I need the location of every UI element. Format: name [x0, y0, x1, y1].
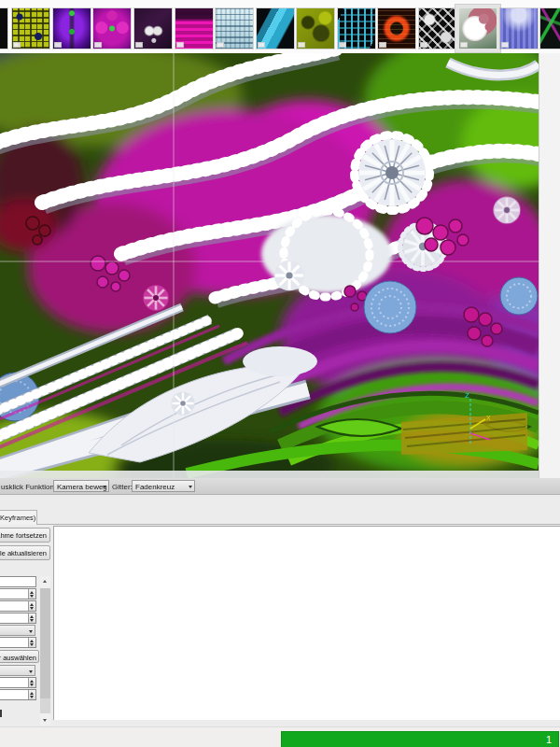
- thumbnail-index-badge: [94, 42, 102, 48]
- spinbox-steppers[interactable]: [28, 589, 35, 599]
- refresh-table-button[interactable]: lle aktualisieren: [0, 545, 50, 560]
- thumbnail-index-badge: [379, 42, 386, 48]
- thumbnail-filmstrip: [0, 0, 560, 53]
- spacer-strip: [0, 495, 560, 510]
- render-viewport: Z X: [0, 53, 560, 478]
- axis-z-label: Z: [465, 391, 469, 400]
- chevron-down-icon: [29, 630, 33, 633]
- thumb-13-spike-field[interactable]: [500, 8, 538, 49]
- arrow-down-icon: [30, 607, 34, 610]
- thumb-9-cyan-lattice[interactable]: [338, 8, 375, 49]
- vertical-scrollbar[interactable]: [40, 576, 50, 726]
- number-spinbox[interactable]: [0, 588, 36, 599]
- arrow-up-icon: [30, 603, 34, 606]
- number-spinbox[interactable]: [0, 637, 36, 648]
- thumb-3-kaleidoscope[interactable]: [93, 8, 131, 49]
- dropdown-select[interactable]: [0, 665, 35, 676]
- spinbox-steppers[interactable]: [28, 678, 35, 687]
- spinbox-steppers[interactable]: [28, 638, 35, 647]
- arrow-down-icon: [30, 619, 34, 622]
- thumb-7-cyan-blocks[interactable]: [257, 8, 294, 49]
- thumbnail-index-badge: [339, 42, 346, 48]
- thumb-2-purple-fractal[interactable]: [53, 8, 91, 49]
- thumbnail-index-badge: [420, 42, 427, 48]
- thumb-8-olive-gears[interactable]: [297, 8, 334, 49]
- render-progress-bar: 1: [281, 731, 559, 747]
- thumb-12-sphere[interactable]: [459, 8, 497, 49]
- chevron-down-icon: [103, 486, 106, 488]
- number-spinbox[interactable]: [0, 689, 36, 700]
- select-path-button[interactable]: r auswählen: [0, 650, 39, 663]
- thumb-14-wireframe[interactable]: [540, 8, 560, 49]
- keyframe-table[interactable]: [53, 526, 560, 720]
- thumb-4-dark-mask[interactable]: [134, 8, 172, 49]
- scroll-up-button[interactable]: [40, 576, 50, 588]
- text-input[interactable]: [0, 576, 36, 587]
- tab-bar: Keyframes): [0, 510, 560, 525]
- grid-value: Fadenkreuz: [135, 483, 175, 491]
- mouse-function-combobox[interactable]: Kamera beweg: [53, 480, 109, 492]
- fractal-app-window: Z X usklick Funktion: Kamera beweg Gitt: [0, 0, 560, 747]
- number-spinbox[interactable]: [0, 600, 36, 612]
- dropdown-select[interactable]: [0, 625, 35, 636]
- thumbnail-index-badge: [54, 42, 62, 48]
- arrow-down-icon: [30, 684, 34, 686]
- thumbnail-index-badge: [176, 42, 184, 48]
- grid-combobox[interactable]: Fadenkreuz: [132, 480, 195, 492]
- thumb-1-tile-grid[interactable]: [12, 8, 49, 49]
- chevron-down-icon: [29, 670, 33, 673]
- thumbnail-index-badge: [298, 42, 305, 48]
- arrow-up-icon: [30, 680, 34, 683]
- thumbnail-index-badge: [217, 42, 224, 48]
- scrollbar-thumb[interactable]: [40, 588, 50, 698]
- status-bar: 1: [0, 726, 560, 747]
- arrow-down-icon: [43, 719, 47, 722]
- fractal-render-svg: Z X: [0, 53, 539, 478]
- continue-recording-button[interactable]: ahme fortsetzen: [0, 528, 50, 543]
- fractal-render-image[interactable]: Z X: [0, 53, 539, 478]
- arrow-up-icon: [43, 580, 47, 583]
- animation-panel: ahme fortsetzen lle aktualisieren r ausw…: [0, 525, 560, 726]
- spinbox-steppers[interactable]: [28, 690, 35, 699]
- mouse-function-value: Kamera beweg: [57, 483, 107, 491]
- spinbox-steppers[interactable]: [28, 613, 35, 623]
- parameter-controls: r auswählen: [0, 576, 39, 701]
- number-spinbox[interactable]: [0, 677, 36, 688]
- thumb-6-blue-etching[interactable]: [216, 8, 253, 49]
- thumb-5-magenta-stripes[interactable]: [175, 8, 213, 49]
- arrow-down-icon: [30, 696, 34, 698]
- thumb-10-red-ring[interactable]: [378, 8, 415, 49]
- arrow-up-icon: [30, 615, 34, 618]
- arrow-down-icon: [30, 643, 34, 646]
- thumbnail-index-badge: [501, 42, 509, 48]
- arrow-down-icon: [30, 595, 34, 598]
- thumbnail-index-badge: [460, 42, 468, 48]
- arrow-up-icon: [30, 692, 34, 695]
- arrow-up-icon: [30, 640, 34, 642]
- axis-x-label: X: [486, 415, 491, 421]
- render-toolbar: usklick Funktion: Kamera beweg Gitter: F…: [0, 478, 560, 495]
- tab-keyframes[interactable]: Keyframes): [0, 510, 37, 525]
- thumb-0-partial[interactable]: [0, 8, 7, 49]
- chevron-down-icon: [189, 486, 192, 488]
- arrow-up-icon: [30, 591, 34, 594]
- thumb-11-bw-fractal[interactable]: [419, 8, 456, 49]
- thumbnail-index-badge: [135, 42, 143, 48]
- thumbnail-index-badge: [13, 42, 21, 48]
- clipped-label-fragment: [0, 710, 2, 717]
- thumbnail-index-badge: [258, 42, 265, 48]
- grid-label: Gitter:: [112, 483, 133, 491]
- spinbox-steppers[interactable]: [28, 601, 35, 611]
- number-spinbox[interactable]: [0, 613, 36, 624]
- mouse-function-label: usklick Funktion:: [1, 483, 56, 491]
- scroll-down-button[interactable]: [40, 713, 50, 726]
